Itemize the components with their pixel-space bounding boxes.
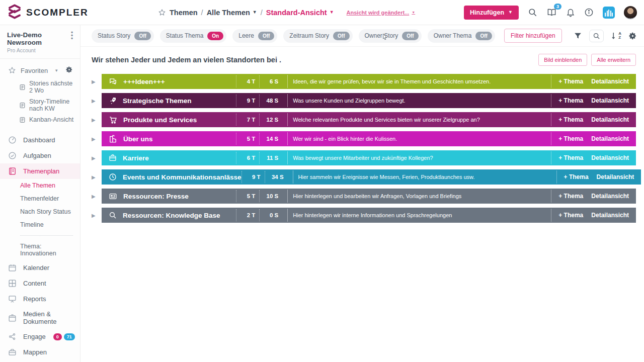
theme-description: Hier hinterlegen und bearbeiten wir Anfr… (287, 190, 549, 203)
expand-all-button[interactable]: Alle erweitern (591, 54, 636, 66)
favorite-item-label: Story-Timeline nach KW (29, 98, 76, 112)
book-open-icon[interactable]: 3 (546, 8, 557, 17)
detail-view-button[interactable]: Detailansicht (597, 173, 634, 180)
row-expander-icon[interactable]: ▶ (92, 117, 102, 123)
row-expander-icon[interactable]: ▶ (92, 136, 102, 142)
bell-icon[interactable] (566, 8, 575, 17)
sidebar-item-dashboard[interactable]: Dashboard (0, 132, 80, 148)
add-theme-button[interactable]: + Thema (558, 97, 583, 104)
sidebar-item-content[interactable]: Content (0, 276, 80, 291)
sidebar-subitem-alle-themen[interactable]: Alle Themen (0, 179, 80, 192)
theme-bar-2[interactable]: Strategische Themen9 T48 SWas unsere Kun… (102, 93, 636, 108)
add-theme-button[interactable]: + Thema (558, 154, 583, 161)
sidebar-item-themenplan[interactable]: Themenplan (0, 163, 80, 179)
row-expander-icon[interactable]: ▶ (92, 194, 102, 199)
filter-toggle-leere[interactable]: LeereOff (232, 29, 277, 43)
theme-bar-7[interactable]: Ressourcen: Presse5 T10 SHier hinterlege… (102, 189, 636, 204)
filter-toggle-status-story[interactable]: Status StoryOff (92, 29, 154, 43)
view-status-link[interactable]: Ansicht wird geändert... ▼ (347, 10, 416, 16)
breadcrumb-collection[interactable]: Alle Themen ▼ (207, 9, 257, 17)
toggle-state: Off (402, 32, 418, 40)
sidebar-subitem-thema-innovationen[interactable]: Thema: Innovationen (0, 240, 80, 260)
breadcrumb-view[interactable]: Standard-Ansicht ▼ (266, 9, 334, 17)
sidebar-subitem-themenfelder[interactable]: Themenfelder (0, 192, 80, 205)
favorites-gear-icon[interactable] (65, 66, 73, 75)
plus-icon: + (564, 173, 568, 180)
themes-count: 5 T (236, 190, 259, 202)
count-badge: 71 (64, 333, 75, 340)
breadcrumb-root[interactable]: Themen (170, 9, 198, 17)
chevron-down-icon: ▼ (508, 10, 513, 15)
filter-toggle-owner-thema[interactable]: Owner ThemaOff (428, 29, 495, 43)
detail-view-button[interactable]: Detailansicht (591, 212, 629, 219)
theme-bar-1[interactable]: +++Ideen+++4 T6 SIdeen, die wir gerne pr… (102, 74, 636, 89)
user-avatar[interactable] (624, 6, 637, 19)
sidebar-subitem-timeline[interactable]: Timeline (0, 218, 80, 231)
show-image-button[interactable]: Bild einblenden (538, 54, 587, 66)
theme-bar-3[interactable]: Produkte und Services7 T12 SWelche relev… (102, 112, 636, 127)
favorite-item[interactable]: Stories nächste 2 Wo (0, 78, 80, 96)
content-grid-icon (8, 279, 17, 288)
filter-toggle-owner-story[interactable]: Owner StoryOff (359, 29, 422, 43)
sidebar-item-medien-dokumente[interactable]: Medien & Dokumente (0, 307, 80, 329)
add-theme-button[interactable]: + Thema (558, 116, 583, 123)
filter-toggle-status-thema[interactable]: Status ThemaOn (160, 29, 226, 43)
theme-bar-5[interactable]: Karriere6 T11 SWas bewegt unsere Mitarbe… (102, 150, 636, 165)
add-theme-button[interactable]: + Thema (558, 78, 583, 85)
breadcrumb-collection-label: Alle Themen (207, 9, 250, 17)
detail-view-button[interactable]: Detailansicht (591, 193, 629, 200)
search-icon[interactable] (589, 30, 604, 42)
gear-icon[interactable] (628, 32, 637, 40)
sidebar-item-strategie[interactable]: Strategie▶ (0, 360, 80, 362)
favorites-list: Stories nächste 2 WoStory-Timeline nach … (0, 78, 80, 125)
theme-bar-6[interactable]: Events und Kommunikationsanlässe9 T34 SH… (102, 169, 641, 185)
sidebar-subitem-nach-story-status[interactable]: Nach Story Status (0, 205, 80, 218)
sort-az-icon[interactable]: AZ (611, 31, 621, 40)
sidebar-item-mappen[interactable]: Mappen (0, 344, 80, 360)
toggle-label: Status Story (98, 32, 130, 39)
favorite-item[interactable]: Story-Timeline nach KW (0, 96, 80, 114)
sidebar-item-aufgaben[interactable]: Aufgaben (0, 148, 80, 163)
add-theme-button[interactable]: + Thema (564, 173, 589, 180)
intercom-icon[interactable] (603, 7, 615, 19)
filter-toggle-zeitraum-story[interactable]: Zeitraum StoryOff (283, 29, 352, 43)
theme-bar-8[interactable]: Ressourcen: Knowledge Base2 T0 SHier hin… (102, 208, 636, 223)
sidebar-item-label: Aufgaben (23, 152, 51, 159)
add-theme-label: Thema (564, 212, 584, 219)
add-filter-button[interactable]: Filter hinzufügen (504, 29, 562, 43)
workspace-menu-icon[interactable]: ••• (69, 31, 75, 53)
view-status-label: Ansicht wird geändert... (347, 10, 410, 16)
row-expander-icon[interactable]: ▶ (92, 213, 102, 218)
search-icon[interactable] (528, 8, 537, 17)
sidebar: Live-Demo Newsroom Pro Account ••• Favor… (0, 25, 80, 362)
add-theme-button[interactable]: + Thema (558, 212, 583, 219)
favorite-item[interactable]: Kanban-Ansicht (0, 114, 80, 125)
row-expander-icon[interactable]: ▶ (92, 174, 102, 180)
detail-view-button[interactable]: Detailansicht (591, 135, 629, 142)
funnel-icon[interactable] (574, 32, 582, 40)
row-expander-icon[interactable]: ▶ (92, 98, 102, 104)
add-button[interactable]: Hinzufügen ▼ (464, 6, 519, 20)
add-theme-button[interactable]: + Thema (558, 135, 583, 142)
row-expander-icon[interactable]: ▶ (92, 79, 102, 84)
breadcrumb: Themen / Alle Themen ▼ / Standard-Ansich… (158, 9, 415, 17)
detail-view-button[interactable]: Detailansicht (591, 78, 629, 85)
favorites-header[interactable]: Favoriten ▼ (0, 59, 80, 78)
sidebar-item-reports[interactable]: Reports (0, 291, 80, 307)
sidebar-item-label: Content (23, 280, 46, 287)
topic-plan-icon (8, 167, 17, 175)
add-theme-button[interactable]: + Thema (558, 193, 583, 200)
favorite-star-icon[interactable] (158, 9, 166, 17)
brand-logo[interactable]: SCOMPLER (7, 4, 158, 21)
toggle-state: On (207, 32, 223, 40)
detail-view-button[interactable]: Detailansicht (591, 97, 629, 104)
theme-bar-4[interactable]: Über uns5 T14 SWer wir sind - ein Blick … (102, 131, 636, 146)
info-icon[interactable] (584, 8, 594, 17)
row-expander-icon[interactable]: ▶ (92, 155, 102, 161)
sidebar-item-kalender[interactable]: Kalender (0, 260, 80, 276)
detail-view-button[interactable]: Detailansicht (591, 154, 629, 161)
sidebar-item-engage[interactable]: Engage071 (0, 329, 80, 344)
doc-icon (19, 84, 26, 90)
detail-view-button[interactable]: Detailansicht (591, 116, 629, 123)
row-actions: + ThemaDetailansicht (556, 170, 636, 184)
